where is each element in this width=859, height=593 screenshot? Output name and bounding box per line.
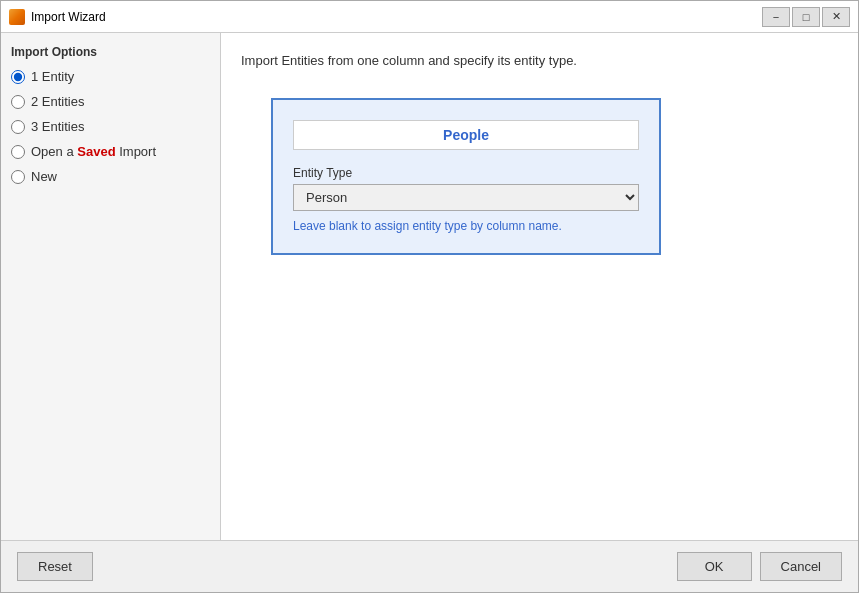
minimize-button[interactable]: − bbox=[762, 7, 790, 27]
radio-3-entities[interactable] bbox=[11, 120, 25, 134]
sidebar-item-open-saved[interactable]: Open a Saved Import bbox=[11, 144, 210, 159]
main-content: Import Options 1 Entity 2 Entities 3 Ent… bbox=[1, 33, 858, 540]
label-1-entity: 1 Entity bbox=[31, 69, 74, 84]
sidebar-title: Import Options bbox=[11, 45, 210, 59]
sidebar-item-1-entity[interactable]: 1 Entity bbox=[11, 69, 210, 84]
sidebar-item-new[interactable]: New bbox=[11, 169, 210, 184]
reset-button[interactable]: Reset bbox=[17, 552, 93, 581]
cancel-button[interactable]: Cancel bbox=[760, 552, 842, 581]
content-area: Import Entities from one column and spec… bbox=[221, 33, 858, 540]
bottom-bar: Reset OK Cancel bbox=[1, 540, 858, 592]
label-open-saved: Open a Saved Import bbox=[31, 144, 156, 159]
radio-open-saved[interactable] bbox=[11, 145, 25, 159]
sidebar-item-3-entities[interactable]: 3 Entities bbox=[11, 119, 210, 134]
description-text: Import Entities from one column and spec… bbox=[241, 53, 838, 68]
main-window: Import Wizard − □ ✕ Import Options 1 Ent… bbox=[0, 0, 859, 593]
ok-button[interactable]: OK bbox=[677, 552, 752, 581]
radio-2-entities[interactable] bbox=[11, 95, 25, 109]
entity-type-label: Entity Type bbox=[293, 166, 639, 180]
app-icon bbox=[9, 9, 25, 25]
entity-name-input[interactable] bbox=[293, 120, 639, 150]
bottom-right-buttons: OK Cancel bbox=[677, 552, 842, 581]
maximize-button[interactable]: □ bbox=[792, 7, 820, 27]
radio-new[interactable] bbox=[11, 170, 25, 184]
title-bar-controls: − □ ✕ bbox=[762, 7, 850, 27]
label-3-entities: 3 Entities bbox=[31, 119, 84, 134]
radio-1-entity[interactable] bbox=[11, 70, 25, 84]
close-button[interactable]: ✕ bbox=[822, 7, 850, 27]
window-title: Import Wizard bbox=[31, 10, 762, 24]
hint-text: Leave blank to assign entity type by col… bbox=[293, 219, 639, 233]
sidebar: Import Options 1 Entity 2 Entities 3 Ent… bbox=[1, 33, 221, 540]
label-2-entities: 2 Entities bbox=[31, 94, 84, 109]
import-options-group: 1 Entity 2 Entities 3 Entities Open a Sa… bbox=[11, 69, 210, 184]
entity-config-panel: Entity Type Person Organization Location… bbox=[271, 98, 661, 255]
title-bar: Import Wizard − □ ✕ bbox=[1, 1, 858, 33]
label-new: New bbox=[31, 169, 57, 184]
entity-type-select[interactable]: Person Organization Location Event Other bbox=[293, 184, 639, 211]
sidebar-item-2-entities[interactable]: 2 Entities bbox=[11, 94, 210, 109]
